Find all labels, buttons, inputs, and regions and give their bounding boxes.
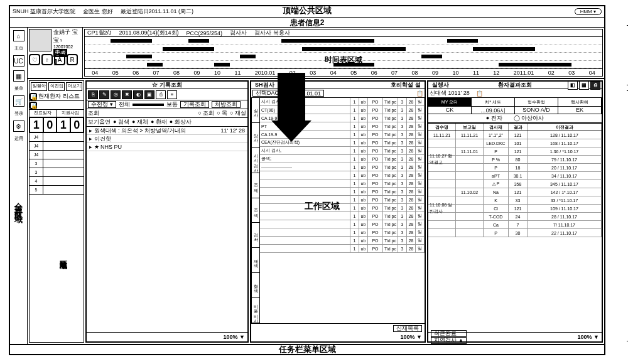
table-row[interactable]: 11.11.2111.11.211".1",2"121128 / 11.10.1… bbox=[428, 131, 602, 139]
taskbar-label: 任务栏菜单区域 bbox=[10, 344, 604, 354]
tool-icon[interactable]: ✖ bbox=[122, 90, 132, 99]
menu-label: 菜单 bbox=[14, 85, 23, 92]
list-item[interactable]: ▸ 이건핫 bbox=[87, 135, 247, 143]
table-row[interactable]: aPT30.134 / 11.10.17 bbox=[428, 172, 602, 180]
table-row[interactable]: △ P358345 / 11.10.17 bbox=[428, 180, 602, 188]
ln-btn-3[interactable]: 더보기 bbox=[66, 82, 82, 91]
table-row[interactable]: 11.10.27 혈액결고P %8079 / 11.10.17 bbox=[428, 156, 602, 164]
tab[interactable]: 행사환예 bbox=[558, 98, 602, 106]
uc-icon[interactable]: UC bbox=[13, 55, 24, 67]
patient-info-label: 患者信息2 bbox=[290, 18, 325, 28]
category-tab[interactable]: 조색 bbox=[252, 198, 259, 223]
tool-icon[interactable]: ▦ bbox=[579, 81, 589, 90]
heart-button[interactable]: ♡ bbox=[29, 54, 40, 65]
hmm-button[interactable]: HMM ▾ bbox=[575, 8, 602, 15]
tool-icon[interactable]: ◐ bbox=[133, 90, 143, 99]
tool-icon[interactable]: ◎ bbox=[111, 90, 121, 99]
table-row[interactable]: 1ubPOTid pc328일 bbox=[260, 237, 425, 245]
list-item[interactable]: ▸ 원색대색 : 의온석 > 처방널역/거내의11' 12' 28 bbox=[87, 127, 247, 135]
home-icon[interactable]: ⌂ bbox=[13, 30, 24, 41]
table-row[interactable]: 1ubPOTid pc328일 bbox=[260, 188, 425, 196]
tool-icon[interactable]: ⎙ bbox=[590, 81, 600, 90]
list-item[interactable]: 4 bbox=[30, 177, 84, 186]
tab[interactable]: 처* 세트 bbox=[472, 98, 515, 106]
last-login: 最近登陆日2011.11.01 (周二) bbox=[121, 8, 194, 16]
list-item[interactable]: 3 bbox=[30, 168, 84, 177]
avatar bbox=[29, 29, 51, 51]
table-row[interactable]: 1ubPOTid pc328일 bbox=[260, 204, 425, 212]
local-nav: 알랄아 이전입 더보기 🔒현재환자 리스트 🔒 진료일자 지원사검 1 0 1 bbox=[29, 80, 84, 343]
category-tab[interactable]: 재색 bbox=[252, 248, 259, 273]
table-row[interactable]: 11.11.01P1211.36 / *1.10.17 bbox=[428, 147, 602, 156]
category-tab[interactable]: 혈색 bbox=[252, 273, 259, 298]
table-row[interactable]: Ca77/ 11.10.17 bbox=[428, 221, 602, 229]
table-row[interactable]: P3022 / 11.10.17 bbox=[428, 229, 602, 237]
table-row[interactable]: 시시 검사,1ubPOTid pc328일 bbox=[260, 147, 425, 155]
list-item[interactable]: 5 bbox=[30, 186, 84, 195]
table-row[interactable]: ———————1ubPOTid pc328일 bbox=[260, 163, 425, 171]
tool-icon[interactable]: ◧ bbox=[568, 81, 578, 90]
list-item[interactable]: J4 bbox=[30, 133, 84, 142]
tab[interactable]: 형수환형 bbox=[515, 98, 558, 106]
ln-btn-1[interactable]: 알랄아 bbox=[31, 82, 47, 91]
global-nav: ⌂ 主页 UC ▦ 菜单 🛒 登录 ⚙ 运用 全球导航区域 bbox=[10, 28, 28, 344]
r-button[interactable]: R bbox=[67, 54, 78, 65]
category-tab[interactable]: 조제 bbox=[252, 173, 259, 198]
table-row[interactable]: LED.DKC101168 / 11.10.17 bbox=[428, 139, 602, 147]
table-row[interactable]: 1ubPOTid pc328일 bbox=[260, 212, 425, 220]
table-row[interactable]: 1ubPOTid pc328일 bbox=[260, 220, 425, 228]
timeline[interactable]: CP1월2/J 2011.08.09(14)(화14회) PCC(295/254… bbox=[84, 29, 603, 77]
table-row[interactable]: 11.10.08 일반검사Cl121109 / 11.10.17 bbox=[428, 205, 602, 213]
table-row[interactable]: 1ubPOTid pc328일 bbox=[260, 245, 425, 253]
category-tab[interactable]: 시시 검사 bbox=[252, 148, 259, 173]
dropdown[interactable]: 수전정 ▾ bbox=[88, 101, 116, 108]
table-row[interactable]: P1820 / 11.10.17 bbox=[428, 164, 602, 172]
patient-name: 金娟子 宝宝♀ bbox=[53, 28, 82, 45]
table-row[interactable]: 1ubPOTid pc328일 bbox=[260, 179, 425, 188]
tool-icon[interactable]: ⎘ bbox=[88, 90, 98, 99]
lock-icon[interactable]: 🔒 bbox=[30, 93, 37, 100]
category-tab[interactable]: 검사+ bbox=[252, 223, 259, 248]
timeline-header: CP1월2/J 2011.08.09(14)(화14회) PCC(295/254… bbox=[85, 29, 602, 37]
category-tab[interactable]: 실사 bbox=[252, 98, 259, 123]
hospital-name: SNUH 益康首尔大学医院 bbox=[13, 8, 75, 16]
gender-button[interactable]: ♀ bbox=[41, 54, 53, 65]
zoom-control[interactable]: 100% ▼ bbox=[578, 334, 599, 340]
zoom-control[interactable]: 100% ▼ bbox=[224, 334, 245, 340]
clipboard-icon[interactable]: 📋 bbox=[416, 90, 423, 97]
settings-icon[interactable]: ⚙ bbox=[13, 120, 24, 132]
tool-icon[interactable]: ▣ bbox=[144, 90, 154, 99]
list-item[interactable]: J4 bbox=[30, 142, 84, 151]
category-tab[interactable]: 비용 비사 bbox=[252, 298, 259, 323]
list-item[interactable]: J4 bbox=[30, 151, 84, 159]
cart-icon[interactable]: 🛒 bbox=[13, 95, 24, 107]
ln-btn-2[interactable]: 이전입 bbox=[48, 82, 65, 91]
patient-info-bar: 患者信息2 bbox=[10, 18, 604, 28]
table-row[interactable]: 1ubPOTid pc328일 bbox=[260, 171, 425, 179]
lock-icon[interactable]: 🔒 bbox=[30, 102, 37, 109]
arrow-indicator bbox=[271, 73, 311, 142]
table-row[interactable]: 1ubPOTid pc328일 bbox=[260, 228, 425, 237]
list-item[interactable]: 3 bbox=[30, 159, 84, 168]
a-button[interactable]: A bbox=[54, 54, 65, 65]
tab[interactable]: MY 오더 bbox=[428, 98, 472, 106]
table-row[interactable]: K3333 / *11.10.17 bbox=[428, 196, 602, 205]
tool-icon[interactable]: ≡ bbox=[167, 90, 177, 99]
list-item[interactable]: ▸ ★ NHS PU bbox=[87, 143, 247, 151]
zoom-control[interactable]: 100% ▼ bbox=[401, 334, 422, 340]
tool-icon[interactable]: ✎ bbox=[99, 90, 109, 99]
category-tab[interactable]: 암사 bbox=[252, 123, 259, 148]
table-row[interactable]: 11.10.02Na121142 / 1*.10.17 bbox=[428, 188, 602, 196]
menu-icon[interactable]: ▦ bbox=[13, 70, 24, 82]
list-button[interactable]: 신재목록 bbox=[393, 325, 422, 332]
results-panel: 실행사환자결과조회 ◧ ▦ ⎙ 신대색 1011' 28📋 MY 오더처* 세트… bbox=[427, 80, 603, 343]
tool-icon[interactable]: ⎙ bbox=[156, 90, 166, 99]
table-row[interactable]: T-COD2428 / 11.10.17 bbox=[428, 213, 602, 221]
table-row[interactable]: 1ubPOTid pc328일 bbox=[260, 196, 425, 204]
table-row[interactable]: 공색;1ubPOTid pc328일 bbox=[260, 155, 425, 163]
top-bar: SNUH 益康首尔大学医院 金医生 您好 最近登陆日2011.11.01 (周二… bbox=[10, 6, 604, 18]
work-area-label: 工作区域 bbox=[305, 201, 340, 212]
global-nav-label: 全球导航区域 bbox=[13, 196, 24, 211]
slider[interactable] bbox=[133, 104, 164, 106]
records-panel: ☆ 기록조회 ⎘✎◎✖◐▣⎙≡ 수전정 ▾ 전체 보통 기록조회 처방조회 조회… bbox=[85, 80, 249, 343]
